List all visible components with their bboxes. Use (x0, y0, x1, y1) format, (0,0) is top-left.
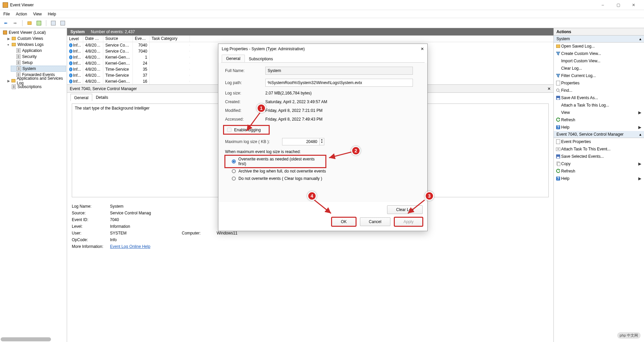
toolbar-separator (46, 20, 46, 26)
lbl-eventid: Event ID: (72, 217, 105, 222)
collapse-icon[interactable]: ▴ (639, 37, 641, 41)
menu-action[interactable]: Action (16, 12, 27, 16)
cell-task (150, 63, 190, 64)
tree-item[interactable]: ▶Custom Views (6, 36, 67, 42)
toolbar-btn-1[interactable] (26, 19, 33, 27)
action-item[interactable]: View▶ (554, 109, 644, 116)
action-item[interactable]: Attach Task To This Event... (554, 145, 644, 153)
toolbar-btn-3[interactable] (50, 19, 57, 27)
tree-item[interactable]: System (11, 66, 66, 72)
refresh-icon (556, 169, 560, 174)
detail-close-icon[interactable]: ✕ (547, 86, 551, 91)
blank-icon (556, 103, 560, 108)
col-task[interactable]: Task Category (150, 36, 190, 42)
toolbar-btn-4[interactable] (59, 19, 66, 27)
tree-item-label: Applications and Services Log (17, 76, 67, 85)
col-source[interactable]: Source (103, 36, 133, 42)
forward-button[interactable]: ➡ (11, 19, 19, 27)
dialog-tab-subscriptions[interactable]: Subscriptions (245, 55, 277, 62)
minimize-button[interactable]: – (595, 0, 610, 10)
col-event[interactable]: Event... (133, 36, 150, 42)
action-item[interactable]: Find... (554, 87, 644, 94)
toolbar-btn-2[interactable] (35, 19, 43, 27)
action-item[interactable]: Event Properties (554, 138, 644, 145)
actions-title: Actions (554, 28, 644, 36)
folder-icon (11, 42, 16, 47)
actions-section-event[interactable]: Event 7040, Service Control Manager ▴ (554, 131, 644, 138)
action-item[interactable]: Refresh (554, 116, 644, 124)
action-item[interactable]: Save Selected Events... (554, 153, 644, 160)
spin-buttons[interactable]: ▲▼ (319, 138, 324, 145)
tree-scrollbar[interactable] (1, 337, 51, 341)
action-item[interactable]: ?Help▶ (554, 124, 644, 131)
collapse-icon[interactable]: ▴ (639, 132, 641, 137)
col-level[interactable]: Level (67, 36, 83, 42)
maximize-button[interactable]: ▢ (610, 0, 626, 10)
lbl-level: Level: (72, 224, 105, 229)
lbl-computer: Computer: (182, 231, 212, 235)
event-log-online-help-link[interactable]: Event Log Online Help (110, 244, 150, 249)
action-item[interactable]: Refresh (554, 167, 644, 175)
action-item-label: Save All Events As... (561, 95, 598, 100)
detail-tab-details[interactable]: Details (92, 93, 112, 101)
submenu-arrow-icon: ▶ (638, 161, 641, 166)
cell-task (150, 45, 190, 46)
enable-logging-checkbox[interactable] (227, 128, 231, 132)
cell-event: 24 (133, 60, 150, 66)
refresh-icon (556, 118, 560, 122)
grid-header[interactable]: Level Date an... Source Event... Task Ca… (67, 36, 553, 42)
action-item[interactable]: ?Help▶ (554, 175, 644, 182)
close-button[interactable]: ✕ (626, 0, 641, 10)
help-icon: ? (556, 176, 560, 181)
clear-log-button[interactable]: Clear Log (387, 205, 423, 214)
tree-item[interactable]: ▾Windows Logs (6, 42, 67, 48)
radio-overwrite-label: Overwrite events as needed (oldest event… (238, 157, 319, 166)
action-item[interactable]: Filter Current Log... (554, 72, 644, 79)
tree-item[interactable]: ▶Applications and Services Log (6, 78, 67, 84)
col-date[interactable]: Date an... (83, 36, 103, 42)
action-item[interactable]: Save All Events As... (554, 94, 644, 101)
action-item[interactable]: Copy▶ (554, 160, 644, 167)
lbl-fullname: Full Name: (225, 68, 265, 73)
action-item[interactable]: Attach a Task To this Log... (554, 101, 644, 109)
radio-overwrite[interactable]: Overwrite events as needed (oldest event… (225, 155, 326, 167)
action-item[interactable]: Clear Log... (554, 65, 644, 72)
copy-icon (556, 161, 560, 166)
radio-archive[interactable]: Archive the log when full, do not overwr… (225, 167, 421, 175)
tree-item[interactable]: Security (11, 54, 67, 60)
cell-level: Inf... (73, 49, 81, 54)
dialog-buttons: OK Cancel Apply (218, 214, 427, 231)
cell-source: Kernel-General (103, 54, 133, 60)
action-item[interactable]: Open Saved Log... (554, 43, 644, 50)
actions-pane: Actions System ▴ Open Saved Log...Create… (553, 28, 644, 342)
action-item-label: Find... (561, 88, 572, 93)
ok-button[interactable]: OK (332, 217, 356, 226)
cancel-button[interactable]: Cancel (360, 217, 390, 226)
menu-view[interactable]: View (33, 12, 42, 16)
info-icon: i (69, 61, 72, 65)
lbl-enable-logging: Enable logging (234, 128, 261, 132)
max-size-input[interactable]: ▲▼ (282, 138, 324, 145)
radio-dont-overwrite[interactable]: Do not overwrite events ( Clear logs man… (225, 175, 421, 182)
detail-tab-general[interactable]: General (70, 94, 92, 101)
max-size-value[interactable] (282, 138, 319, 145)
props-icon (556, 81, 560, 85)
actions-section-system[interactable]: System ▴ (554, 36, 644, 43)
action-item-label: Copy (561, 161, 571, 166)
action-item[interactable]: Properties (554, 79, 644, 87)
back-button[interactable]: ⬅ (2, 19, 9, 27)
tree-item[interactable]: Application (11, 48, 67, 54)
action-item-label: Save Selected Events... (561, 154, 604, 159)
tree-root[interactable]: Event Viewer (Local) (1, 29, 67, 36)
action-item[interactable]: Create Custom View... (554, 50, 644, 57)
val-logpath[interactable]: %SystemRoot%\System32\Winevt\Logs\System… (265, 79, 413, 87)
action-item[interactable]: Import Custom View... (554, 57, 644, 65)
dialog-tab-general[interactable]: General (222, 55, 245, 62)
menu-file[interactable]: File (3, 12, 10, 16)
menu-help[interactable]: Help (48, 12, 56, 16)
dialog-close-icon[interactable]: ✕ (421, 47, 424, 51)
cell-source: Time-Service (103, 72, 133, 78)
tree-item[interactable]: Setup (11, 60, 67, 66)
apply-button[interactable]: Apply (394, 217, 423, 226)
lbl-accessed: Accessed: (225, 117, 265, 122)
